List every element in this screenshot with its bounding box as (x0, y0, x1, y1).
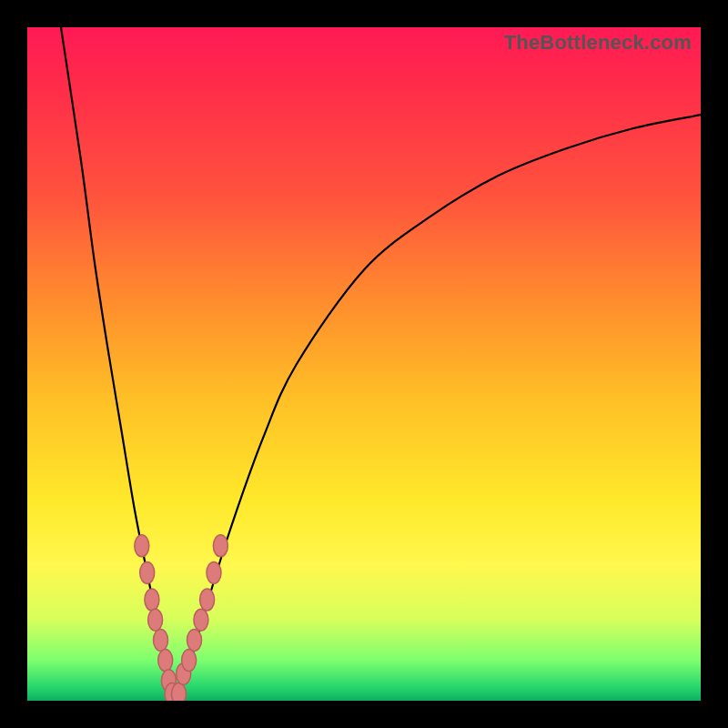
bead-point (207, 561, 221, 583)
bead-point (140, 561, 155, 583)
bead-point (148, 609, 163, 631)
plot-area: TheBottleneck.com (27, 27, 701, 701)
chart-frame: TheBottleneck.com (0, 0, 728, 728)
bead-point (158, 650, 173, 672)
bead-point (187, 629, 202, 651)
bead-point (213, 535, 228, 557)
bead-point (145, 589, 159, 611)
bead-point (135, 535, 149, 557)
curve-layer (27, 27, 701, 701)
bead-point (182, 650, 197, 672)
sample-beads (135, 535, 228, 701)
curve-right-branch (176, 115, 701, 701)
bead-point (200, 589, 215, 611)
bead-point (172, 683, 187, 701)
bead-point (154, 629, 168, 651)
bead-point (194, 609, 208, 631)
